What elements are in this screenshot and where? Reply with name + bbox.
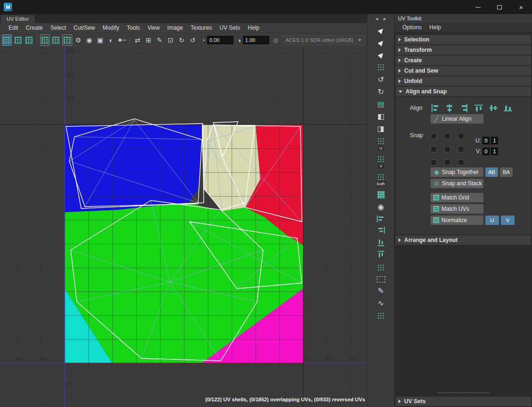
align-center-u-button[interactable] <box>445 104 454 112</box>
linear-align-button[interactable]: ╱ Linear Align <box>431 114 483 124</box>
texture-borders-button[interactable] <box>2 34 12 46</box>
section-uv-sets[interactable]: UV Sets <box>396 397 531 406</box>
snap-checkbox[interactable] <box>431 159 437 166</box>
snap-checkbox[interactable] <box>431 133 437 139</box>
symmetrize-tool-button[interactable] <box>375 63 387 71</box>
uv-editor-tab[interactable]: UV Editor <box>1 15 34 23</box>
close-button[interactable]: × <box>510 0 532 14</box>
snap-ab-button[interactable]: AB <box>485 167 498 177</box>
pixel-snap-button[interactable] <box>51 34 61 46</box>
move-step-v-button[interactable]: V <box>375 155 387 168</box>
uv-canvas-viewport[interactable]: 1.3 1.2 1.1 -0.2 -0.1 1 1.1 1.2 -0.1 (0/… <box>0 47 367 407</box>
snap-checkbox[interactable] <box>431 146 437 152</box>
dim-image-button[interactable]: ◐ <box>106 34 116 46</box>
rotate-cw-button[interactable]: ↻ <box>375 88 387 96</box>
minimize-button[interactable] <box>467 0 489 14</box>
cut-uv-tool-button[interactable]: ✎ <box>375 287 387 295</box>
align-shells-top-button[interactable] <box>375 251 387 259</box>
menu-image[interactable]: Image <box>164 25 187 31</box>
frame-all-button[interactable]: ◉ <box>84 34 94 46</box>
menu-create[interactable]: Create <box>22 25 47 31</box>
section-create[interactable]: Create <box>396 56 531 65</box>
menu-textures[interactable]: Textures <box>187 25 216 31</box>
menu-modify[interactable]: Modify <box>99 25 123 31</box>
snap-checkbox[interactable] <box>458 146 464 152</box>
checker-display-button[interactable] <box>13 34 23 46</box>
image-display-button[interactable]: ▣ <box>95 34 105 46</box>
rotate-dial-icon[interactable]: ◔ <box>201 37 205 44</box>
add-to-isolate-button[interactable]: ⊞ <box>143 34 153 46</box>
menu-cut-sew[interactable]: Cut/Sew <box>70 25 99 31</box>
toolkit-menu-options[interactable]: Options <box>399 24 425 31</box>
uv-snapshot-button[interactable]: ⊡ <box>166 34 175 46</box>
align-shells-right-button[interactable] <box>375 227 387 233</box>
normalize-u-button[interactable]: U <box>485 216 499 225</box>
match-uvs-button[interactable]: Match UVs <box>431 204 483 214</box>
align-min-u-button[interactable] <box>431 104 439 112</box>
pane-arrow-left-icon[interactable]: ◄ <box>375 17 379 21</box>
distribute-shells-button[interactable] <box>375 264 387 272</box>
colorspace-dropdown[interactable]: ACES 1.0 SDR-video (sRGB) ▼ <box>282 35 365 45</box>
normalize-v-button[interactable]: V <box>501 216 515 225</box>
tile-labels-button[interactable] <box>62 34 72 46</box>
menu-edit[interactable]: Edit <box>5 25 22 31</box>
panel-resize-handle[interactable] <box>438 392 490 393</box>
pane-arrow-right-icon[interactable]: ► <box>383 17 387 21</box>
grid-display-button[interactable] <box>40 34 50 46</box>
snap-u-min-field[interactable]: 0 <box>482 137 490 144</box>
section-transform[interactable]: Transform <box>396 45 531 55</box>
toolkit-menu-help[interactable]: Help <box>425 24 445 31</box>
snap-checkbox[interactable] <box>444 159 450 166</box>
isolate-select-button[interactable]: ⇄ <box>133 34 142 46</box>
rotate-angle-input[interactable] <box>207 36 233 44</box>
sew-uv-tool-button[interactable]: ∿ <box>375 299 387 307</box>
match-grid-button[interactable]: Match Grid <box>431 193 483 202</box>
snap-u-max-field[interactable]: 1 <box>491 137 498 144</box>
snap-checkbox[interactable] <box>458 133 464 139</box>
align-shells-left-button[interactable] <box>375 216 387 222</box>
tweak-uv-tool-button[interactable]: ▶ <box>375 26 387 34</box>
menu-uv-sets[interactable]: UV Sets <box>216 25 244 31</box>
settings-button[interactable]: ⚙ <box>73 34 83 46</box>
texture-swatch-button[interactable] <box>375 191 387 199</box>
reload-texture-button[interactable]: ↺ <box>188 34 198 46</box>
stack-shells-button[interactable]: ▤ <box>375 100 387 108</box>
distortion-display-button[interactable] <box>24 34 34 46</box>
align-center-v-button[interactable] <box>489 104 498 112</box>
section-align-and-snap[interactable]: Align and Snap <box>396 87 531 96</box>
align-shells-bottom-button[interactable] <box>375 238 387 246</box>
section-arrange-and-layout[interactable]: Arrange and Layout <box>396 235 531 245</box>
section-cut-and-sew[interactable]: Cut and Sew <box>396 66 531 75</box>
normalize-button[interactable]: Normalize <box>431 216 483 225</box>
snap-together-button[interactable]: ◉ Snap Together <box>431 167 483 177</box>
align-max-v-button[interactable] <box>474 104 483 112</box>
menu-view[interactable]: View <box>144 25 164 31</box>
uv-canvas[interactable] <box>0 47 367 407</box>
move-step-u-button[interactable]: U <box>375 137 387 150</box>
menu-tools[interactable]: Tools <box>123 25 144 31</box>
snap-ba-button[interactable]: BA <box>500 167 513 177</box>
display-image-button[interactable]: ◉ <box>375 203 387 211</box>
align-max-u-button[interactable] <box>460 104 468 112</box>
menu-help[interactable]: Help <box>244 25 263 31</box>
snap-checkbox[interactable] <box>458 159 464 166</box>
snap-v-max-field[interactable]: 1 <box>491 148 498 155</box>
section-unfold[interactable]: Unfold <box>396 76 531 86</box>
paint-select-tool-button[interactable]: ▶ <box>375 51 387 58</box>
snap-and-stack-button[interactable]: ⊙ Snap and Stack <box>431 179 483 188</box>
section-selection[interactable]: Selection <box>396 35 531 44</box>
align-min-v-button[interactable] <box>504 104 512 112</box>
dim-image-slider[interactable] <box>118 40 126 41</box>
scale-value-input[interactable] <box>243 36 269 44</box>
rotate-ccw-button[interactable]: ↺ <box>375 76 387 83</box>
move-uv-shell-tool-button[interactable]: ▶ <box>375 39 387 46</box>
flip-u-button[interactable]: ◧ <box>375 113 387 120</box>
layout-region-button[interactable] <box>375 276 387 282</box>
flip-v-button[interactable]: ◨ <box>375 125 387 133</box>
unfold-brush-button[interactable] <box>375 312 387 320</box>
menu-select[interactable]: Select <box>47 25 70 31</box>
refresh-image-button[interactable]: ↻ <box>176 34 186 46</box>
snap-checkbox[interactable] <box>444 133 450 139</box>
scale-dial-icon[interactable]: ◑ <box>237 37 241 44</box>
snap-v-min-field[interactable]: 0 <box>482 148 490 155</box>
